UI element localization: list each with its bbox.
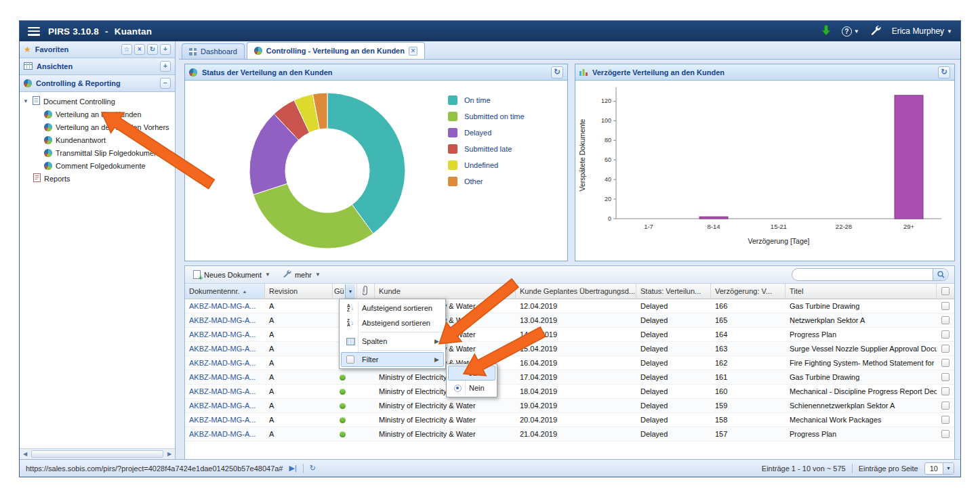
sidebar-horizontal-scrollbar[interactable]: ◀ ▶ bbox=[20, 448, 175, 459]
column-header-dokumentennr[interactable]: Dokumentennr. ▲ bbox=[185, 284, 265, 299]
cell-checkbox[interactable] bbox=[937, 342, 954, 355]
cell-checkbox[interactable] bbox=[937, 356, 954, 370]
cell-dokumentennr[interactable]: AKBZ-MAD-MG-A... bbox=[185, 399, 265, 412]
document-link[interactable]: AKBZ-MAD-MG-A... bbox=[189, 316, 256, 324]
controlling-header[interactable]: Controlling & Reporting − bbox=[20, 75, 175, 92]
cell-checkbox[interactable] bbox=[937, 385, 954, 398]
cell-checkbox[interactable] bbox=[937, 313, 954, 327]
row-checkbox[interactable] bbox=[941, 416, 950, 424]
refresh-grid-icon[interactable]: ↻ bbox=[310, 464, 316, 473]
tree-node-transmittal-slip[interactable]: Transmittal Slip Folgedokumente bbox=[20, 146, 175, 159]
column-header-datum[interactable]: Kunde Geplantes Übertragungsd... bbox=[516, 284, 636, 299]
row-checkbox[interactable] bbox=[941, 316, 950, 324]
scrollbar-thumb[interactable] bbox=[31, 450, 163, 458]
cell-dokumentennr[interactable]: AKBZ-MAD-MG-A... bbox=[185, 427, 265, 441]
cell-dokumentennr[interactable]: AKBZ-MAD-MG-A... bbox=[185, 413, 265, 427]
column-header-titel[interactable]: Titel bbox=[785, 284, 937, 299]
document-link[interactable]: AKBZ-MAD-MG-A... bbox=[189, 330, 256, 339]
menu-icon[interactable] bbox=[28, 27, 40, 36]
document-link[interactable]: AKBZ-MAD-MG-A... bbox=[189, 430, 256, 438]
cell-dokumentennr[interactable]: AKBZ-MAD-MG-A... bbox=[185, 342, 265, 355]
controlling-collapse-button[interactable]: − bbox=[160, 78, 171, 89]
document-link[interactable]: AKBZ-MAD-MG-A... bbox=[189, 387, 256, 395]
favorite-star-button[interactable]: ☆ bbox=[121, 44, 132, 55]
table-row[interactable]: AKBZ-MAD-MG-A...AMinistry of Electricity… bbox=[185, 399, 954, 413]
new-document-button[interactable]: Neues Dokument ▼ bbox=[188, 268, 276, 281]
row-checkbox[interactable] bbox=[941, 402, 950, 410]
column-header-revision[interactable]: Revision bbox=[265, 284, 333, 299]
cell-dokumentennr[interactable]: AKBZ-MAD-MG-A... bbox=[185, 385, 265, 398]
cell-dokumentennr[interactable]: AKBZ-MAD-MG-A... bbox=[185, 313, 265, 327]
per-page-select[interactable]: 10 ▼ bbox=[924, 462, 954, 475]
favorites-add-button[interactable]: + bbox=[160, 44, 171, 55]
filter-option-ja[interactable]: Ja bbox=[448, 366, 495, 381]
filter-option-nein[interactable]: Nein bbox=[448, 381, 495, 395]
tab-dashboard[interactable]: Dashboard bbox=[182, 43, 245, 59]
table-row[interactable]: AKBZ-MAD-MG-A...AMinistry of Electricity… bbox=[185, 356, 954, 370]
table-row[interactable]: AKBZ-MAD-MG-A...AMinistry of Electricity… bbox=[185, 328, 954, 342]
document-link[interactable]: AKBZ-MAD-MG-A... bbox=[189, 345, 256, 353]
favorites-header[interactable]: ★ Favoriten ☆ × ↻ + bbox=[20, 41, 175, 58]
scroll-right-icon[interactable]: ▶ bbox=[164, 451, 175, 457]
download-icon[interactable] bbox=[821, 25, 831, 38]
column-header-attachment[interactable] bbox=[357, 284, 375, 299]
column-header-kunde[interactable]: Kunde bbox=[375, 284, 516, 299]
cell-checkbox[interactable] bbox=[937, 427, 954, 441]
document-link[interactable]: AKBZ-MAD-MG-A... bbox=[189, 402, 256, 410]
document-link[interactable]: AKBZ-MAD-MG-A... bbox=[189, 416, 256, 424]
document-link[interactable]: AKBZ-MAD-MG-A... bbox=[189, 302, 256, 310]
column-header-select-all[interactable] bbox=[937, 284, 954, 299]
collapse-icon[interactable]: ▼ bbox=[23, 98, 29, 104]
menu-item-filter[interactable]: Filter ▶ bbox=[341, 352, 444, 367]
cell-dokumentennr[interactable]: AKBZ-MAD-MG-A... bbox=[185, 299, 265, 313]
views-header[interactable]: Ansichten + bbox=[20, 58, 175, 75]
cell-dokumentennr[interactable]: AKBZ-MAD-MG-A... bbox=[185, 370, 265, 384]
tree-node-kundenantwort[interactable]: Kundenantwort bbox=[20, 133, 175, 146]
help-menu[interactable]: ? ▼ bbox=[842, 26, 859, 37]
menu-item-sort-desc[interactable]: ZA↓ Absteigend sortieren bbox=[341, 316, 444, 330]
row-checkbox[interactable] bbox=[941, 430, 950, 438]
tree-node-document-controlling[interactable]: ▼ Document Controlling bbox=[20, 95, 175, 108]
cell-checkbox[interactable] bbox=[937, 399, 954, 412]
row-checkbox[interactable] bbox=[941, 373, 950, 381]
row-checkbox[interactable] bbox=[941, 302, 950, 310]
column-header-guete[interactable]: Gü ▼ bbox=[333, 284, 357, 299]
favorites-refresh-button[interactable]: ↻ bbox=[147, 44, 158, 55]
table-row[interactable]: AKBZ-MAD-MG-A...AMinistry of Electricity… bbox=[185, 313, 954, 328]
table-row[interactable]: AKBZ-MAD-MG-A...AMinistry of Electricity… bbox=[185, 342, 954, 356]
refresh-panel-button[interactable]: ↻ bbox=[938, 66, 950, 79]
row-checkbox[interactable] bbox=[941, 387, 950, 395]
row-checkbox[interactable] bbox=[941, 330, 950, 339]
search-input[interactable] bbox=[792, 269, 933, 280]
cell-checkbox[interactable] bbox=[937, 413, 954, 427]
more-button[interactable]: mehr ▼ bbox=[277, 267, 326, 282]
tree-node-comment-folgedokumente[interactable]: Comment Folgedokumente bbox=[20, 159, 175, 172]
scroll-left-icon[interactable]: ◀ bbox=[20, 451, 30, 457]
column-header-status[interactable]: Status: Verteilun... bbox=[636, 284, 711, 299]
table-row[interactable]: AKBZ-MAD-MG-A...AMinistry of Electricity… bbox=[185, 427, 954, 441]
tree-node-verteilung-kunden-vorhersage[interactable]: Verteilung an den Kunden Vorhers bbox=[20, 121, 175, 133]
search-icon[interactable] bbox=[933, 269, 948, 280]
cell-dokumentennr[interactable]: AKBZ-MAD-MG-A... bbox=[185, 328, 265, 341]
tab-controlling-verteilung[interactable]: Controlling - Verteilung an den Kunden ✕ bbox=[247, 42, 425, 59]
column-header-verzoegerung[interactable]: Verzögerung: V... bbox=[711, 284, 785, 299]
status-url[interactable]: https://sales.sobis.com/pirs/?project=40… bbox=[26, 464, 283, 473]
table-row[interactable]: AKBZ-MAD-MG-A...AMinistry of Electricity… bbox=[185, 385, 954, 399]
menu-item-columns[interactable]: Spalten ▶ bbox=[341, 334, 444, 349]
column-menu-trigger[interactable]: ▼ bbox=[345, 284, 355, 299]
select-all-checkbox[interactable] bbox=[941, 287, 950, 295]
row-checkbox[interactable] bbox=[941, 359, 950, 367]
views-add-button[interactable]: + bbox=[160, 61, 171, 72]
favorite-remove-button[interactable]: × bbox=[134, 44, 145, 55]
tree-node-reports[interactable]: Reports bbox=[20, 172, 175, 185]
document-link[interactable]: AKBZ-MAD-MG-A... bbox=[189, 359, 256, 367]
table-row[interactable]: AKBZ-MAD-MG-A...AMinistry of Electricity… bbox=[185, 370, 954, 385]
last-page-icon[interactable]: ▶| bbox=[289, 464, 296, 473]
cell-dokumentennr[interactable]: AKBZ-MAD-MG-A... bbox=[185, 356, 265, 370]
wrench-icon[interactable] bbox=[870, 25, 881, 38]
menu-item-sort-asc[interactable]: AZ↓ Aufsteigend sortieren bbox=[341, 301, 444, 316]
row-checkbox[interactable] bbox=[941, 345, 950, 353]
close-tab-icon[interactable]: ✕ bbox=[409, 47, 417, 56]
tree-node-verteilung-kunden[interactable]: Verteilung an den Kunden bbox=[20, 108, 175, 121]
table-row[interactable]: AKBZ-MAD-MG-A...AMinistry of Electricity… bbox=[185, 413, 954, 427]
